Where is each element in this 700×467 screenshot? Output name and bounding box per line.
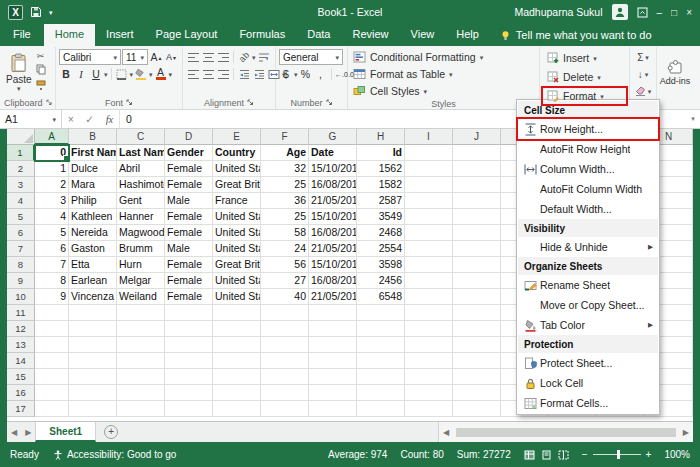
cell-D4[interactable]: Male xyxy=(165,193,213,209)
cell-J1[interactable] xyxy=(453,145,501,161)
cell-H12[interactable] xyxy=(357,321,405,337)
cell-I14[interactable] xyxy=(405,353,453,369)
cell-G17[interactable] xyxy=(309,401,357,417)
cell-I6[interactable] xyxy=(405,225,453,241)
cell-F5[interactable]: 25 xyxy=(261,209,309,225)
row-header-15[interactable]: 15 xyxy=(7,369,35,385)
cell-A10[interactable]: 9 xyxy=(35,289,69,305)
align-left-button[interactable] xyxy=(186,67,200,82)
tell-me-box[interactable]: Tell me what you want to do xyxy=(490,24,662,46)
menu-item-protect-sheet[interactable]: Protect Sheet... xyxy=(518,353,658,373)
grow-font-button[interactable]: A▴ xyxy=(149,50,163,65)
column-header-I[interactable]: I xyxy=(405,129,453,145)
cell-D7[interactable]: Male xyxy=(165,241,213,257)
cell-E13[interactable] xyxy=(213,337,261,353)
ribbon-display-options-icon[interactable] xyxy=(637,7,648,18)
cell-B10[interactable]: Vincenza xyxy=(69,289,117,305)
menu-item-tab-color[interactable]: Tab Color▶ xyxy=(518,315,658,335)
cell-B2[interactable]: Dulce xyxy=(69,161,117,177)
name-box[interactable]: A1▾ xyxy=(0,110,62,128)
column-header-B[interactable]: B xyxy=(69,129,117,145)
menu-item-format-cells[interactable]: Format Cells... xyxy=(518,393,658,413)
cell-G11[interactable] xyxy=(309,305,357,321)
cell-C16[interactable] xyxy=(117,385,165,401)
menu-item-autofit-column-width[interactable]: AutoFit Column Width xyxy=(518,179,658,199)
cell-I5[interactable] xyxy=(405,209,453,225)
row-header-10[interactable]: 10 xyxy=(7,289,35,305)
cell-J8[interactable] xyxy=(453,257,501,273)
column-header-E[interactable]: E xyxy=(213,129,261,145)
format-button[interactable]: Format▾ xyxy=(543,88,626,104)
cell-F4[interactable]: 36 xyxy=(261,193,309,209)
cell-F9[interactable]: 27 xyxy=(261,273,309,289)
cell-I11[interactable] xyxy=(405,305,453,321)
normal-view-icon[interactable] xyxy=(524,450,535,460)
cell-A15[interactable] xyxy=(35,369,69,385)
increase-decimal-button[interactable]: ←.0 xyxy=(335,67,349,82)
cell-H8[interactable]: 3598 xyxy=(357,257,405,273)
cell-C7[interactable]: Brumm xyxy=(117,241,165,257)
clipboard-dialog-launcher-icon[interactable] xyxy=(46,99,52,106)
wrap-text-button[interactable] xyxy=(257,50,271,65)
horizontal-scrollbar[interactable]: ◀ ▶ xyxy=(438,422,693,442)
cell-B12[interactable] xyxy=(69,321,117,337)
cell-J11[interactable] xyxy=(453,305,501,321)
user-avatar-icon[interactable] xyxy=(612,4,628,20)
cell-A4[interactable]: 3 xyxy=(35,193,69,209)
cell-D13[interactable] xyxy=(165,337,213,353)
cell-I12[interactable] xyxy=(405,321,453,337)
cell-J2[interactable] xyxy=(453,161,501,177)
underline-dropdown-icon[interactable]: ▾ xyxy=(104,71,108,78)
cell-G2[interactable]: 15/10/201 xyxy=(309,161,357,177)
menu-item-hide-unhide[interactable]: Hide & Unhide▶ xyxy=(518,237,658,257)
align-middle-button[interactable] xyxy=(201,50,215,65)
cell-C2[interactable]: Abril xyxy=(117,161,165,177)
cell-E6[interactable]: United Sta xyxy=(213,225,261,241)
cell-E2[interactable]: United Sta xyxy=(213,161,261,177)
scrollbar-thumb[interactable] xyxy=(456,428,676,437)
cell-E8[interactable]: Great Brita xyxy=(213,257,261,273)
cell-C10[interactable]: Weiland xyxy=(117,289,165,305)
insert-cells-button[interactable]: Insert▾ xyxy=(543,50,626,66)
column-header-C[interactable]: C xyxy=(117,129,165,145)
cell-J17[interactable] xyxy=(453,401,501,417)
zoom-out-icon[interactable]: − xyxy=(582,449,588,460)
shrink-font-button[interactable]: A▾ xyxy=(164,50,178,65)
menu-item-default-width[interactable]: Default Width... xyxy=(518,199,658,219)
cell-F7[interactable]: 24 xyxy=(261,241,309,257)
comma-format-button[interactable]: , xyxy=(314,67,328,82)
cell-G10[interactable]: 21/05/201 xyxy=(309,289,357,305)
zoom-thumb[interactable] xyxy=(617,450,620,459)
cell-A11[interactable] xyxy=(35,305,69,321)
orientation-button[interactable]: ab xyxy=(237,50,251,65)
maximize-button[interactable]: □ xyxy=(671,7,677,18)
cell-G6[interactable]: 16/08/201 xyxy=(309,225,357,241)
cell-E11[interactable] xyxy=(213,305,261,321)
new-sheet-button[interactable]: + xyxy=(104,425,118,439)
cell-styles-button[interactable]: Cell Styles▾ xyxy=(351,83,536,99)
cell-H14[interactable] xyxy=(357,353,405,369)
cell-J5[interactable] xyxy=(453,209,501,225)
row-header-7[interactable]: 7 xyxy=(7,241,35,257)
conditional-formatting-button[interactable]: Conditional Formatting▾ xyxy=(351,49,536,65)
select-all-corner[interactable] xyxy=(7,129,35,145)
cell-C3[interactable]: Hashimoto xyxy=(117,177,165,193)
accessibility-status[interactable]: Accessibility: Good to go xyxy=(53,449,177,460)
row-header-4[interactable]: 4 xyxy=(7,193,35,209)
cell-E12[interactable] xyxy=(213,321,261,337)
menu-item-column-width[interactable]: Column Width... xyxy=(518,159,658,179)
cell-H5[interactable]: 3549 xyxy=(357,209,405,225)
cell-E4[interactable]: France xyxy=(213,193,261,209)
cell-J16[interactable] xyxy=(453,385,501,401)
cell-E1[interactable]: Country xyxy=(213,145,261,161)
cell-F11[interactable] xyxy=(261,305,309,321)
cell-F10[interactable]: 40 xyxy=(261,289,309,305)
sheet-tab-sheet1[interactable]: Sheet1 xyxy=(35,422,96,442)
cell-B9[interactable]: Earlean xyxy=(69,273,117,289)
cell-G3[interactable]: 16/08/201 xyxy=(309,177,357,193)
percent-format-button[interactable]: % xyxy=(299,67,313,82)
cell-H3[interactable]: 1582 xyxy=(357,177,405,193)
tab-insert[interactable]: Insert xyxy=(95,24,145,46)
menu-item-autofit-row-height[interactable]: AutoFit Row Height xyxy=(518,139,658,159)
tab-home[interactable]: Home xyxy=(44,24,95,46)
